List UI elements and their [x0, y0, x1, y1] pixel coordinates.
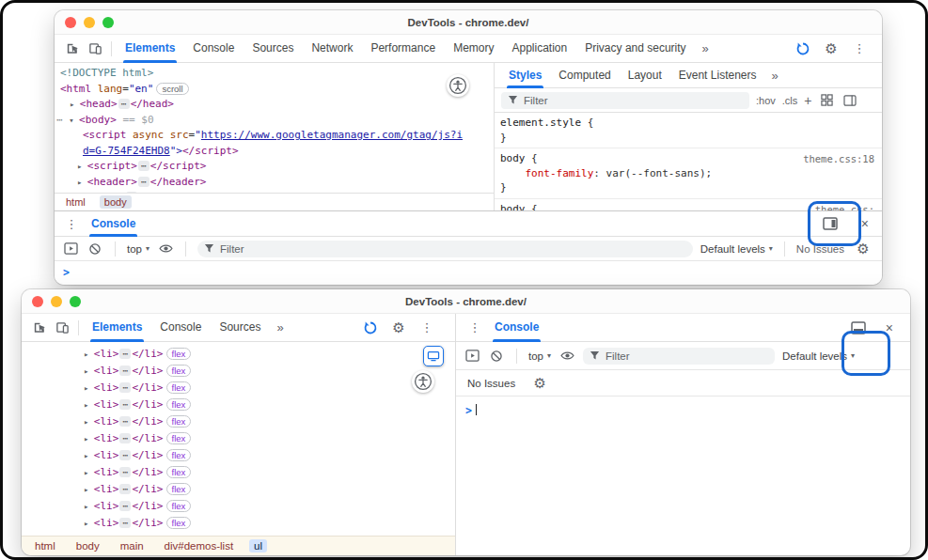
eye-icon[interactable] [558, 345, 575, 367]
dom-tree-line[interactable]: ▸ <li>⋯</li>flex [22, 498, 455, 515]
tab-styles[interactable]: Styles [500, 63, 550, 88]
badge[interactable]: scroll [156, 83, 188, 95]
tab-console[interactable]: Console [486, 314, 547, 342]
issues-counter[interactable]: No Issues [467, 378, 515, 389]
close-window-button[interactable] [32, 296, 43, 307]
dom-tree-line[interactable]: <script async src="https://www.googletag… [55, 128, 494, 144]
sync-arrows-icon[interactable] [359, 317, 382, 339]
tab-computed[interactable]: Computed [550, 63, 619, 88]
accessibility-tree-icon[interactable] [412, 370, 434, 393]
console-filter-input[interactable]: Filter [583, 348, 775, 365]
console-settings-gear-icon[interactable]: ⚙ [852, 238, 874, 260]
console-settings-gear-icon[interactable]: ⚙ [528, 372, 551, 395]
clear-console-icon[interactable] [488, 345, 505, 367]
sync-arrows-icon[interactable] [792, 38, 814, 60]
tab-sources[interactable]: Sources [211, 314, 269, 342]
gear-icon[interactable]: ⚙ [387, 317, 410, 339]
zoom-window-button[interactable] [70, 296, 81, 307]
grid-icon[interactable] [818, 89, 835, 112]
dom-tree-line[interactable]: ▸ <li>⋯</li>flex [22, 363, 455, 380]
context-selector[interactable]: top ▾ [528, 350, 551, 362]
styles-filter-input[interactable]: Filter [501, 92, 749, 109]
tab-memory[interactable]: Memory [445, 35, 502, 63]
style-rule-element[interactable]: element.style { } [495, 113, 882, 148]
issues-counter[interactable]: No Issues [796, 243, 844, 255]
tab-application[interactable]: Application [503, 35, 575, 63]
minimize-window-button[interactable] [84, 17, 95, 28]
log-levels-selector[interactable]: Default levels ▾ [700, 243, 773, 255]
console-sidebar-icon[interactable] [464, 345, 480, 367]
badge[interactable]: flex [166, 415, 192, 428]
dom-tree-line[interactable]: ▸ <li>⋯</li>flex [22, 430, 455, 447]
dom-tree-line[interactable]: ▸ <li>⋯</li>flex [22, 481, 455, 498]
console-filter-input[interactable]: Filter [197, 241, 693, 257]
breadcrumb-item-body[interactable]: body [100, 195, 132, 209]
badge[interactable]: flex [166, 517, 192, 529]
more-tabs-icon[interactable]: » [764, 69, 784, 83]
tab-privacy-security[interactable]: Privacy and security [576, 35, 694, 63]
badge[interactable]: flex [166, 483, 192, 495]
badge[interactable]: flex [166, 381, 192, 394]
dom-tree-line[interactable]: ▸ <li>⋯</li>flex [22, 515, 455, 532]
badge[interactable]: flex [166, 365, 192, 377]
dom-tree-line[interactable]: ▸ <li>⋯</li>flex [22, 397, 455, 413]
zoom-window-button[interactable] [102, 17, 114, 28]
dom-tree-line[interactable]: ▸ <li>⋯</li>flex [22, 380, 455, 397]
stylesheet-link[interactable]: theme.css: [815, 203, 874, 211]
tab-layout[interactable]: Layout [620, 63, 670, 88]
inspect-icon[interactable] [27, 317, 50, 339]
more-tabs-icon[interactable]: » [270, 320, 290, 334]
breadcrumb-item-body[interactable]: body [71, 539, 104, 552]
new-style-rule-button[interactable]: + [804, 93, 811, 108]
drawer-menu-icon[interactable]: ⋮ [60, 212, 83, 235]
drawer-menu-icon[interactable]: ⋮ [464, 317, 486, 339]
style-rule-body[interactable]: theme.css:18 body { font-family: var(--f… [495, 148, 882, 199]
close-icon[interactable]: × [859, 215, 871, 232]
device-toolbar-icon[interactable] [51, 317, 73, 339]
dom-tree-line[interactable]: ▸ <li>⋯</li>flex [22, 346, 455, 363]
dom-tree-line[interactable]: ▸ <li>⋯</li>flex [22, 413, 455, 430]
console-prompt[interactable]: > [456, 397, 910, 555]
screencast-icon[interactable] [423, 346, 444, 366]
badge[interactable]: flex [166, 348, 192, 360]
inspect-icon[interactable] [60, 38, 83, 60]
tab-network[interactable]: Network [303, 35, 361, 63]
tab-console[interactable]: Console [184, 35, 243, 63]
tab-elements[interactable]: Elements [117, 35, 183, 63]
log-levels-selector[interactable]: Default levels ▾ [782, 350, 855, 362]
dom-tree-line[interactable]: d=G-754F24EHD8"></script> [55, 144, 494, 160]
dom-tree-line[interactable]: ▸ <script>⋯</script> [55, 159, 494, 175]
console-prompt[interactable]: > [55, 261, 882, 284]
minimize-window-button[interactable] [51, 296, 62, 307]
more-tabs-icon[interactable]: » [696, 41, 716, 55]
breadcrumb-item-main[interactable]: main [116, 539, 149, 552]
badge[interactable]: flex [166, 466, 192, 478]
dom-tree-line-selected[interactable]: ⋯ ▾ <body> == $0 [55, 113, 494, 129]
dom-tree-line[interactable]: ▸ <head>⋯</head> [55, 97, 494, 113]
context-selector[interactable]: top ▾ [127, 243, 149, 255]
badge[interactable]: flex [166, 500, 192, 512]
breadcrumb-item-ul[interactable]: ul [249, 539, 267, 552]
close-icon[interactable]: × [884, 319, 895, 336]
kebab-menu-icon[interactable]: ⋮ [416, 317, 438, 339]
sidebar-panel-icon[interactable] [841, 89, 858, 112]
breadcrumb-item-demos-list[interactable]: div#demos-list [160, 539, 239, 552]
dom-tree-line[interactable]: ▸ <li>⋯</li>flex [22, 464, 455, 481]
tab-console[interactable]: Console [151, 314, 210, 342]
badge[interactable]: flex [166, 432, 192, 444]
stylesheet-link[interactable]: theme.css:18 [803, 152, 874, 167]
dom-tree-line[interactable]: ▸ <header>⋯</header> [55, 175, 494, 191]
dom-tree-line[interactable]: <!DOCTYPE html> [55, 66, 494, 82]
drawer-tab-console[interactable]: Console [83, 211, 144, 237]
tab-sources[interactable]: Sources [244, 35, 302, 63]
style-rule-body-2[interactable]: theme.css: body { [495, 199, 882, 211]
breadcrumb-item-html[interactable]: html [61, 195, 90, 209]
breadcrumb-item-html[interactable]: html [30, 539, 60, 552]
accessibility-tree-icon[interactable] [447, 74, 469, 97]
device-toolbar-icon[interactable] [84, 38, 106, 60]
tab-elements[interactable]: Elements [84, 314, 150, 342]
close-window-button[interactable] [65, 17, 76, 28]
dom-tree-line[interactable]: ▸ <li>⋯</li>flex [22, 447, 455, 464]
tab-performance[interactable]: Performance [362, 35, 444, 63]
badge[interactable]: flex [166, 398, 192, 411]
